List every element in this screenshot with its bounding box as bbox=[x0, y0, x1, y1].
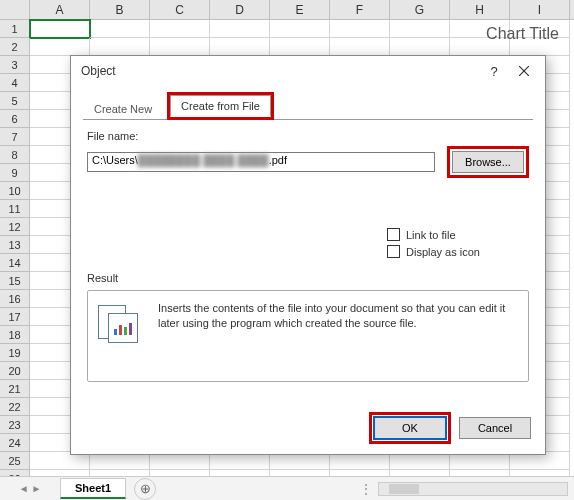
browse-button[interactable]: Browse... bbox=[452, 151, 524, 173]
cell[interactable] bbox=[330, 38, 390, 56]
column-header[interactable]: D bbox=[210, 0, 270, 19]
link-to-file-label: Link to file bbox=[406, 229, 456, 241]
dialog-tabs: Create New Create from File bbox=[71, 86, 545, 120]
result-box: Inserts the contents of the file into yo… bbox=[87, 290, 529, 382]
column-header[interactable]: C bbox=[150, 0, 210, 19]
column-header[interactable]: H bbox=[450, 0, 510, 19]
row-header[interactable]: 13 bbox=[0, 236, 30, 254]
row-header[interactable]: 19 bbox=[0, 344, 30, 362]
highlight-create-from-file: Create from File bbox=[167, 92, 274, 120]
cell[interactable] bbox=[150, 38, 210, 56]
row-header[interactable]: 4 bbox=[0, 74, 30, 92]
cell[interactable] bbox=[90, 38, 150, 56]
column-header[interactable]: A bbox=[30, 0, 90, 19]
display-as-icon-label: Display as icon bbox=[406, 246, 480, 258]
cell[interactable] bbox=[270, 38, 330, 56]
ok-button[interactable]: OK bbox=[374, 417, 446, 439]
file-path-suffix: .pdf bbox=[269, 154, 287, 166]
row-header[interactable]: 5 bbox=[0, 92, 30, 110]
sheet-tab-bar: ◄ ► Sheet1 ⊕ ⋮ bbox=[0, 476, 574, 500]
row-header[interactable]: 18 bbox=[0, 326, 30, 344]
file-path-redacted: ████████ ████ ████ bbox=[138, 154, 269, 166]
column-header[interactable]: F bbox=[330, 0, 390, 19]
row-header[interactable]: 22 bbox=[0, 398, 30, 416]
highlight-ok: OK bbox=[369, 412, 451, 444]
row-header[interactable]: 2 bbox=[0, 38, 30, 56]
close-button[interactable] bbox=[509, 59, 539, 83]
result-label: Result bbox=[87, 272, 529, 284]
sheet-tab-active[interactable]: Sheet1 bbox=[60, 478, 126, 499]
cell[interactable] bbox=[90, 20, 150, 38]
row-header[interactable]: 15 bbox=[0, 272, 30, 290]
tab-create-from-file[interactable]: Create from File bbox=[170, 95, 271, 117]
document-chart-icon bbox=[98, 305, 142, 345]
sheet-nav-arrows[interactable]: ◄ ► bbox=[0, 483, 60, 494]
row-header[interactable]: 1 bbox=[0, 20, 30, 38]
cancel-button[interactable]: Cancel bbox=[459, 417, 531, 439]
column-header[interactable]: B bbox=[90, 0, 150, 19]
column-header[interactable]: G bbox=[390, 0, 450, 19]
highlight-browse: Browse... bbox=[447, 146, 529, 178]
row-header[interactable]: 25 bbox=[0, 452, 30, 470]
row-header[interactable]: 17 bbox=[0, 308, 30, 326]
column-header[interactable]: E bbox=[270, 0, 330, 19]
chart-title: Chart Title bbox=[486, 25, 559, 43]
result-description: Inserts the contents of the file into yo… bbox=[158, 301, 518, 332]
row-header[interactable]: 14 bbox=[0, 254, 30, 272]
row-header[interactable]: 8 bbox=[0, 146, 30, 164]
cell[interactable] bbox=[30, 38, 90, 56]
cell[interactable] bbox=[210, 20, 270, 38]
row-header[interactable]: 7 bbox=[0, 128, 30, 146]
file-name-input[interactable]: C:\Users\████████ ████ ████.pdf bbox=[87, 152, 435, 172]
row-header[interactable]: 6 bbox=[0, 110, 30, 128]
row-header[interactable]: 11 bbox=[0, 200, 30, 218]
row-header[interactable]: 12 bbox=[0, 218, 30, 236]
row-header[interactable]: 23 bbox=[0, 416, 30, 434]
cell[interactable] bbox=[390, 38, 450, 56]
column-header[interactable]: I bbox=[510, 0, 570, 19]
dialog-title: Object bbox=[81, 64, 479, 78]
sheet-overflow-icon[interactable]: ⋮ bbox=[360, 482, 374, 496]
row-header[interactable]: 20 bbox=[0, 362, 30, 380]
cell[interactable] bbox=[270, 20, 330, 38]
cell[interactable] bbox=[390, 20, 450, 38]
row-header[interactable]: 10 bbox=[0, 182, 30, 200]
select-all-corner[interactable] bbox=[0, 0, 30, 19]
add-sheet-button[interactable]: ⊕ bbox=[134, 478, 156, 500]
row-header[interactable]: 9 bbox=[0, 164, 30, 182]
object-dialog: Object ? Create New Create from File Fil… bbox=[70, 55, 546, 455]
file-path-prefix: C:\Users\ bbox=[92, 154, 138, 166]
row-header[interactable]: 21 bbox=[0, 380, 30, 398]
row-header[interactable]: 16 bbox=[0, 290, 30, 308]
tab-create-new[interactable]: Create New bbox=[83, 98, 163, 120]
row-header[interactable]: 3 bbox=[0, 56, 30, 74]
display-as-icon-checkbox[interactable] bbox=[387, 245, 400, 258]
link-to-file-checkbox[interactable] bbox=[387, 228, 400, 241]
help-button[interactable]: ? bbox=[479, 59, 509, 83]
cell[interactable] bbox=[330, 20, 390, 38]
horizontal-scrollbar[interactable] bbox=[378, 482, 568, 496]
file-name-label: File name: bbox=[87, 130, 529, 142]
cell[interactable] bbox=[210, 38, 270, 56]
row-header[interactable]: 24 bbox=[0, 434, 30, 452]
cell[interactable] bbox=[150, 20, 210, 38]
cell[interactable] bbox=[30, 20, 90, 38]
